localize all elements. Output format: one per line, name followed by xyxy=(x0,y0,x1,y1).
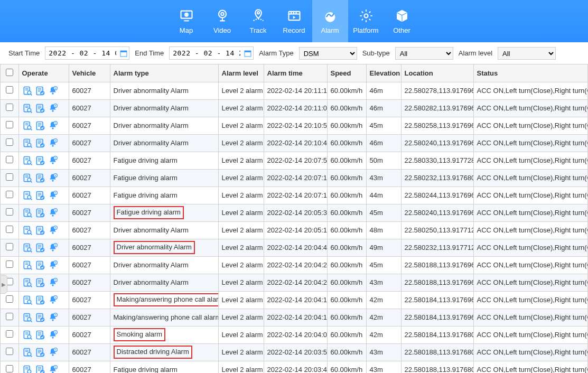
detail-search-icon[interactable] xyxy=(22,295,33,305)
alarm-bell-icon[interactable]: ? xyxy=(48,190,58,201)
svg-point-204 xyxy=(27,335,31,339)
detail-check-icon[interactable] xyxy=(35,103,45,114)
start-time-input[interactable] xyxy=(45,46,129,60)
alarm-bell-icon[interactable]: ? xyxy=(48,225,58,236)
row-checkbox[interactable] xyxy=(6,313,13,320)
row-checkbox[interactable] xyxy=(6,348,13,355)
row-checkbox[interactable] xyxy=(6,191,13,198)
row-checkbox[interactable] xyxy=(6,365,13,372)
row-checkbox[interactable] xyxy=(6,121,13,128)
row-checkbox[interactable] xyxy=(6,208,13,216)
alarm-bell-icon[interactable]: ? xyxy=(48,260,58,271)
detail-search-icon[interactable] xyxy=(22,138,33,148)
detail-check-icon[interactable] xyxy=(35,155,45,166)
detail-check-icon[interactable] xyxy=(35,312,45,323)
alarm-bell-icon[interactable]: ? xyxy=(48,347,58,358)
detail-check-icon[interactable] xyxy=(35,86,45,96)
nav-alarm[interactable]: Alarm xyxy=(312,0,348,42)
detail-search-icon[interactable] xyxy=(22,120,33,131)
alarm-level-select[interactable]: All xyxy=(498,47,556,60)
detail-search-icon[interactable] xyxy=(22,225,33,236)
detail-check-icon[interactable] xyxy=(35,190,45,201)
select-all-checkbox[interactable] xyxy=(6,69,13,76)
alarm-bell-icon[interactable]: ? xyxy=(48,295,58,305)
detail-check-icon[interactable] xyxy=(35,120,45,131)
cell-vehicle: 60027 xyxy=(69,309,110,326)
cell-elevation: 42m xyxy=(366,326,401,343)
detail-check-icon[interactable] xyxy=(35,243,45,253)
detail-check-icon[interactable] xyxy=(35,138,45,148)
detail-check-icon[interactable] xyxy=(35,330,45,340)
row-checkbox[interactable] xyxy=(6,330,13,338)
detail-check-icon[interactable] xyxy=(35,277,45,288)
cell-vehicle: 60027 xyxy=(69,291,110,309)
row-checkbox[interactable] xyxy=(6,104,13,111)
detail-search-icon[interactable] xyxy=(22,260,33,271)
row-checkbox[interactable] xyxy=(6,138,13,146)
detail-check-icon[interactable] xyxy=(35,347,45,358)
detail-search-icon[interactable] xyxy=(22,365,33,374)
row-checkbox[interactable] xyxy=(6,226,13,233)
alarm-bell-icon[interactable]: ? xyxy=(48,365,58,374)
svg-point-74 xyxy=(27,161,31,164)
svg-text:?: ? xyxy=(54,296,56,299)
detail-check-icon[interactable] xyxy=(35,173,45,183)
alarm-bell-icon[interactable]: ? xyxy=(48,277,58,288)
alarm-bell-icon[interactable]: ? xyxy=(48,138,58,148)
detail-search-icon[interactable] xyxy=(22,347,33,358)
alarm-table: Operate Vehicle Alarm type Alarm level A… xyxy=(1,64,588,373)
alarm-bell-icon[interactable]: ? xyxy=(48,243,58,253)
nav-platform[interactable]: Platform xyxy=(348,0,384,42)
detail-search-icon[interactable] xyxy=(22,208,33,218)
row-checkbox[interactable] xyxy=(6,295,13,303)
row-checkbox[interactable] xyxy=(6,260,13,268)
cell-alarm-type: Fatigue driving alarm xyxy=(110,204,218,221)
nav-map[interactable]: Map xyxy=(169,0,204,42)
detail-search-icon[interactable] xyxy=(22,330,33,340)
detail-check-icon[interactable] xyxy=(35,295,45,305)
operate-icons: ? xyxy=(22,225,66,236)
alarm-bell-icon[interactable]: ? xyxy=(48,155,58,166)
detail-search-icon[interactable] xyxy=(22,103,33,114)
row-checkbox[interactable] xyxy=(6,173,13,181)
svg-point-178 xyxy=(27,300,31,304)
alarm-bell-icon[interactable]: ? xyxy=(48,173,58,183)
detail-check-icon[interactable] xyxy=(35,208,45,218)
svg-point-61 xyxy=(27,143,31,147)
cell-elevation: 48m xyxy=(366,221,401,239)
row-checkbox[interactable] xyxy=(6,86,13,94)
cell-alarm-level: Level 2 alarm xyxy=(218,99,264,117)
end-time-input[interactable] xyxy=(169,46,254,60)
alarm-bell-icon[interactable]: ? xyxy=(48,208,58,218)
cell-speed: 60.00km/h xyxy=(327,361,366,373)
alarm-type-select[interactable]: DSM xyxy=(299,47,357,60)
side-expand-handle[interactable]: ▶ xyxy=(0,275,7,294)
svg-line-153 xyxy=(30,268,32,269)
sub-type-select[interactable]: All xyxy=(395,47,453,60)
alarm-bell-icon[interactable]: ? xyxy=(48,312,58,323)
alarm-bell-icon[interactable]: ? xyxy=(48,103,58,114)
detail-search-icon[interactable] xyxy=(22,243,33,253)
detail-check-icon[interactable] xyxy=(35,260,45,271)
svg-text:?: ? xyxy=(54,244,56,247)
nav-video[interactable]: Video xyxy=(204,0,240,42)
detail-search-icon[interactable] xyxy=(22,190,33,201)
nav-other[interactable]: Other xyxy=(384,0,420,42)
alarm-bell-icon[interactable]: ? xyxy=(48,86,58,96)
alarm-bell-icon[interactable]: ? xyxy=(48,330,58,340)
cell-status: ACC ON,Left turn(Close),Right turn(Close… xyxy=(473,326,588,343)
operate-icons: ? xyxy=(22,295,66,305)
nav-track[interactable]: Track xyxy=(240,0,276,42)
detail-search-icon[interactable] xyxy=(22,86,33,96)
detail-search-icon[interactable] xyxy=(22,312,33,323)
row-checkbox[interactable] xyxy=(6,243,13,250)
row-checkbox[interactable] xyxy=(6,156,13,163)
detail-search-icon[interactable] xyxy=(22,173,33,183)
alarm-bell-icon[interactable]: ? xyxy=(48,120,58,131)
cell-alarm-type: Fatigue driving alarm xyxy=(110,152,218,169)
detail-search-icon[interactable] xyxy=(22,277,33,288)
nav-record[interactable]: Record xyxy=(276,0,312,42)
detail-check-icon[interactable] xyxy=(35,365,45,374)
detail-search-icon[interactable] xyxy=(22,155,33,166)
detail-check-icon[interactable] xyxy=(35,225,45,236)
